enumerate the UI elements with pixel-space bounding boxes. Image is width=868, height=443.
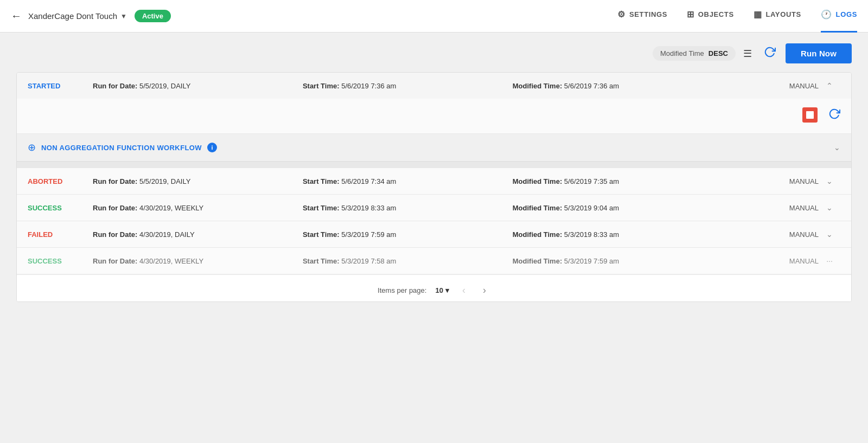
modified-time-label: Modified Time: (513, 257, 562, 265)
nav-objects[interactable]: ⊞ OBJECTS (687, 0, 734, 33)
start-time-label: Start Time: (303, 82, 340, 90)
row-chevron[interactable]: ⌄ (819, 203, 840, 212)
row-chevron[interactable]: ⌄ (819, 230, 840, 239)
title-dropdown-arrow[interactable]: ▼ (120, 12, 127, 20)
top-nav: ← XanderCage Dont Touch ▼ Active ⚙ SETTI… (0, 0, 868, 33)
items-count: 10 (435, 286, 443, 294)
start-time-label: Start Time: (303, 230, 340, 239)
modified-time-value: 5/3/2019 9:04 am (564, 204, 619, 212)
items-per-page-dropdown-icon: ▾ (445, 286, 449, 294)
workflow-label: NON AGGREGATION FUNCTION WORKFLOW (41, 144, 202, 152)
back-button[interactable]: ← (11, 10, 22, 22)
sort-direction-label: DESC (709, 49, 728, 57)
expanded-area (17, 99, 851, 134)
status-cell: SUCCESS (28, 204, 93, 212)
run-date-cell: Run for Date: 5/5/2019, DAILY (93, 82, 303, 90)
logs-icon: 🕐 (821, 9, 832, 20)
table-row[interactable]: STARTED Run for Date: 5/5/2019, DAILY St… (17, 73, 851, 99)
modified-time-value: 5/3/2019 8:33 am (564, 230, 619, 239)
run-date-label: Run for Date: (93, 204, 137, 212)
trigger-cell: MANUAL (764, 204, 819, 212)
trigger-cell: MANUAL (764, 177, 819, 185)
modified-time-cell: Modified Time: 5/3/2019 7:59 am (513, 257, 764, 265)
nav-layouts[interactable]: ▦ LAYOUTS (754, 0, 801, 33)
prev-page-button[interactable]: ‹ (458, 284, 470, 297)
status-cell: STARTED (28, 82, 93, 90)
active-status-badge: Active (135, 10, 171, 22)
run-date-label: Run for Date: (93, 177, 137, 185)
status-cell: SUCCESS (28, 257, 93, 265)
stop-button[interactable] (802, 107, 818, 123)
row-chevron[interactable]: ⌃ (819, 81, 840, 90)
modified-time-cell: Modified Time: 5/3/2019 8:33 am (513, 230, 764, 239)
app-title: XanderCage Dont Touch ▼ (28, 11, 127, 21)
start-time-value: 5/3/2019 7:58 am (341, 257, 396, 265)
start-time-value: 5/3/2019 7:59 am (341, 230, 396, 239)
workflow-chevron[interactable]: ⌄ (834, 143, 840, 152)
items-per-page-label: Items per page: (378, 286, 426, 294)
table-row[interactable]: SUCCESS Run for Date: 4/30/2019, WEEKLY … (17, 248, 851, 274)
nav-logs[interactable]: 🕐 LOGS (821, 0, 857, 33)
run-date-value: 5/5/2019, DAILY (139, 177, 190, 185)
settings-icon: ⚙ (617, 9, 626, 20)
modified-time-label: Modified Time: (513, 177, 562, 185)
modified-time-label: Modified Time: (513, 82, 562, 90)
run-now-button[interactable]: Run Now (786, 43, 852, 63)
start-time-value: 5/6/2019 7:34 am (341, 177, 396, 185)
refresh-button[interactable] (760, 44, 780, 63)
items-per-page-select[interactable]: 10 ▾ (435, 286, 449, 294)
run-date-label: Run for Date: (93, 82, 137, 90)
row-chevron[interactable]: ⌄ (819, 177, 840, 185)
sort-options-button[interactable]: ☰ (741, 46, 754, 62)
modified-time-value: 5/3/2019 7:59 am (564, 257, 619, 265)
objects-label: OBJECTS (698, 10, 734, 18)
run-date-cell: Run for Date: 5/5/2019, DAILY (93, 177, 303, 185)
run-date-value: 5/5/2019, DAILY (139, 82, 190, 90)
stop-icon (806, 111, 814, 119)
start-time-value: 5/6/2019 7:36 am (341, 82, 396, 90)
modified-time-value: 5/6/2019 7:35 am (564, 177, 619, 185)
refresh-run-icon (828, 108, 840, 120)
run-date-label: Run for Date: (93, 257, 137, 265)
sort-field-label: Modified Time (660, 49, 704, 57)
workflow-info-icon[interactable]: i (207, 143, 217, 152)
table-row[interactable]: FAILED Run for Date: 4/30/2019, DAILY St… (17, 221, 851, 248)
modified-time-value: 5/6/2019 7:36 am (564, 82, 619, 90)
toolbar: Modified Time DESC ☰ Run Now (16, 43, 852, 63)
start-time-cell: Start Time: 5/3/2019 7:59 am (303, 230, 513, 239)
start-time-cell: Start Time: 5/3/2019 8:33 am (303, 204, 513, 212)
workflow-plus-icon: ⊕ (28, 142, 36, 153)
main-content: Modified Time DESC ☰ Run Now STARTED Run… (0, 33, 868, 443)
next-page-button[interactable]: › (478, 284, 490, 297)
nav-links: ⚙ SETTINGS ⊞ OBJECTS ▦ LAYOUTS 🕐 LOGS (617, 0, 857, 33)
start-time-value: 5/3/2019 8:33 am (341, 204, 396, 212)
run-date-value: 4/30/2019, WEEKLY (139, 257, 203, 265)
sort-pill[interactable]: Modified Time DESC (653, 46, 736, 61)
layouts-label: LAYOUTS (765, 10, 801, 18)
table-row[interactable]: ABORTED Run for Date: 5/5/2019, DAILY St… (17, 168, 851, 195)
modified-time-cell: Modified Time: 5/6/2019 7:36 am (513, 82, 764, 90)
row-chevron[interactable]: ··· (819, 256, 840, 265)
run-date-value: 4/30/2019, WEEKLY (139, 204, 203, 212)
settings-label: SETTINGS (629, 10, 667, 18)
workflow-row[interactable]: ⊕ NON AGGREGATION FUNCTION WORKFLOW i ⌄ (17, 134, 851, 162)
nav-settings[interactable]: ⚙ SETTINGS (617, 0, 667, 33)
run-date-cell: Run for Date: 4/30/2019, WEEKLY (93, 257, 303, 265)
status-cell: ABORTED (28, 177, 93, 185)
trigger-cell: MANUAL (764, 82, 819, 90)
refresh-run-button[interactable] (828, 108, 840, 123)
start-time-cell: Start Time: 5/3/2019 7:58 am (303, 257, 513, 265)
logs-label: LOGS (836, 10, 857, 18)
trigger-cell: MANUAL (764, 230, 819, 239)
modified-time-label: Modified Time: (513, 230, 562, 239)
log-table: STARTED Run for Date: 5/5/2019, DAILY St… (16, 72, 852, 302)
run-date-value: 4/30/2019, DAILY (139, 230, 195, 239)
project-name: XanderCage Dont Touch (28, 11, 117, 21)
table-row[interactable]: SUCCESS Run for Date: 4/30/2019, WEEKLY … (17, 195, 851, 221)
start-time-label: Start Time: (303, 177, 340, 185)
modified-time-cell: Modified Time: 5/3/2019 9:04 am (513, 204, 764, 212)
section-separator (17, 162, 851, 168)
refresh-icon (764, 46, 776, 58)
start-time-label: Start Time: (303, 257, 340, 265)
start-time-cell: Start Time: 5/6/2019 7:36 am (303, 82, 513, 90)
